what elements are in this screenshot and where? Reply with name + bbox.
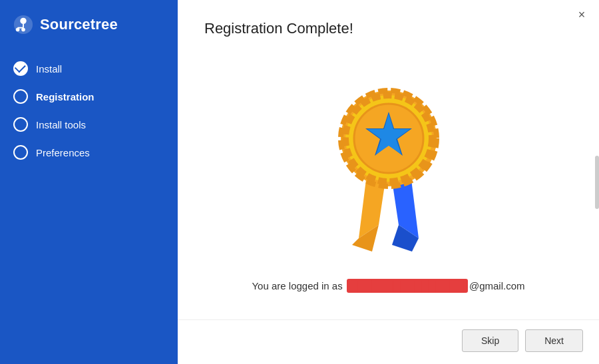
- logged-in-message: You are logged in as ████████████████@gm…: [252, 279, 524, 293]
- registration-step-indicator: [13, 89, 28, 104]
- install-tools-step-indicator: [13, 117, 28, 132]
- sourcetree-logo-icon: [13, 15, 33, 35]
- setup-steps-nav: Install Registration Install tools Prefe…: [0, 48, 178, 173]
- preferences-step-indicator: [13, 145, 28, 160]
- sidebar-item-install-tools[interactable]: Install tools: [0, 110, 178, 138]
- sidebar: Sourcetree Install Registration Install …: [0, 0, 178, 364]
- close-button[interactable]: ×: [572, 5, 591, 24]
- sidebar-item-registration[interactable]: Registration: [0, 83, 178, 110]
- medal-illustration-container: [204, 44, 572, 279]
- scrollbar[interactable]: [595, 156, 599, 209]
- medal-icon: [315, 72, 462, 252]
- install-step-indicator: [13, 61, 28, 76]
- sidebar-header: Sourcetree: [0, 0, 178, 48]
- registration-step-label: Registration: [36, 91, 95, 102]
- footer-actions: Skip Next: [178, 319, 599, 364]
- app-title: Sourcetree: [40, 16, 118, 33]
- install-tools-step-label: Install tools: [36, 119, 86, 130]
- page-title: Registration Complete!: [204, 20, 353, 37]
- main-content-area: Registration Complete!: [178, 0, 599, 319]
- main-panel: × Registration Complete!: [178, 0, 599, 364]
- install-step-label: Install: [36, 63, 62, 75]
- sidebar-item-install[interactable]: Install: [0, 55, 178, 83]
- next-button[interactable]: Next: [525, 329, 583, 352]
- preferences-step-label: Preferences: [36, 147, 90, 158]
- logged-in-suffix: @gmail.com: [469, 280, 525, 291]
- sidebar-item-preferences[interactable]: Preferences: [0, 138, 178, 166]
- redacted-email: ████████████████: [347, 279, 468, 293]
- skip-button[interactable]: Skip: [462, 329, 518, 352]
- svg-point-1: [20, 18, 26, 24]
- logged-in-prefix: You are logged in as: [252, 280, 345, 291]
